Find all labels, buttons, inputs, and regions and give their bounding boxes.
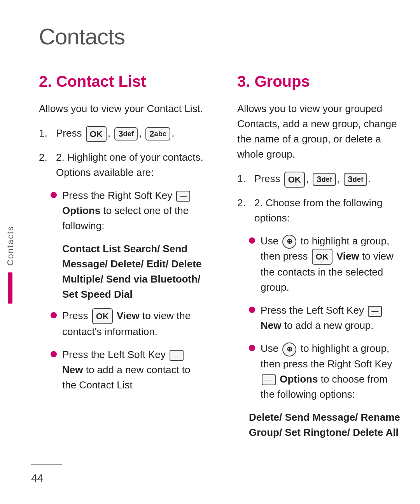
bullet-dot-1 bbox=[51, 192, 57, 198]
section3-step2-text: 2. Choose from the following options: bbox=[254, 195, 404, 226]
3def-key-icon-1: 3def bbox=[114, 127, 138, 141]
ok-key-icon-3: OK bbox=[284, 172, 305, 188]
left-soft-key-icon-2: ― bbox=[368, 306, 382, 317]
section2-step2-text: 2. Highlight one of your contacts. Optio… bbox=[56, 150, 206, 180]
section2-bullet2: Press OK View to view the contact's info… bbox=[51, 308, 206, 340]
section-groups: 3. Groups Allows you to view your groupe… bbox=[229, 73, 404, 446]
3def-key-icon-3: 3def bbox=[344, 173, 367, 186]
bullet-dot-6 bbox=[249, 345, 255, 351]
section3-step1: 1. Press OK, 3def, 3def. bbox=[237, 171, 404, 188]
side-tab: Contacts bbox=[0, 0, 20, 504]
bullet-dot-4 bbox=[249, 237, 255, 244]
bullet-dot-3 bbox=[51, 351, 57, 357]
side-tab-label: Contacts bbox=[5, 226, 16, 266]
nav-key-icon-2: ⊕ bbox=[282, 342, 296, 356]
3def-key-icon-2: 3def bbox=[313, 173, 336, 186]
ok-key-icon: OK bbox=[86, 126, 107, 142]
section2-step2: 2. 2. Highlight one of your contacts. Op… bbox=[39, 150, 206, 180]
ok-key-icon-2: OK bbox=[92, 308, 113, 324]
bullet-dot-2 bbox=[51, 312, 57, 318]
section3-step2: 2. 2. Choose from the following options: bbox=[237, 195, 404, 226]
side-tab-bar bbox=[8, 272, 12, 304]
section3-bullet1: Use ⊕ to highlight a group, then press O… bbox=[249, 234, 404, 295]
section3-bold-block: Delete/ Send Message/ Rename Group/ Set … bbox=[249, 410, 404, 440]
section3-bullet2: Press the Left Soft Key ― New to add a n… bbox=[249, 303, 404, 333]
section2-step1: 1. Press OK, 3def, 2abc. bbox=[39, 126, 206, 142]
page-number: 44 bbox=[31, 472, 43, 485]
section2-bullet1: Press the Right Soft Key ― Options to se… bbox=[51, 188, 206, 234]
section3-heading: 3. Groups bbox=[237, 73, 404, 90]
left-soft-key-icon-1: ― bbox=[170, 350, 184, 361]
ok-key-icon-4: OK bbox=[312, 249, 332, 265]
section3-intro: Allows you to view your grouped Contacts… bbox=[237, 101, 404, 162]
section2-bold-block: Contact List Search/ Send Message/ Delet… bbox=[62, 241, 206, 302]
page-title: Contacts bbox=[39, 23, 404, 49]
section2-heading: 2. Contact List bbox=[39, 73, 206, 90]
main-content: Contacts 2. Contact List Allows you to v… bbox=[23, 0, 420, 504]
section2-bullet3: Press the Left Soft Key ― New to add a n… bbox=[51, 347, 206, 393]
section-contact-list: 2. Contact List Allows you to view your … bbox=[39, 73, 214, 446]
right-soft-key-icon-2: ― bbox=[262, 374, 276, 385]
section3-bullet3: Use ⊕ to highlight a group, then press t… bbox=[249, 341, 404, 402]
nav-key-icon-1: ⊕ bbox=[282, 235, 296, 249]
bullet-dot-5 bbox=[249, 307, 255, 313]
columns-layout: 2. Contact List Allows you to view your … bbox=[39, 73, 404, 446]
section3-bullets: Use ⊕ to highlight a group, then press O… bbox=[249, 234, 404, 402]
section2-intro: Allows you to view your Contact List. bbox=[39, 101, 206, 116]
2abc-key-icon: 2abc bbox=[145, 127, 170, 141]
page-container: Contacts Contacts 2. Contact List Allows… bbox=[0, 0, 420, 504]
section2-bullets: Press the Right Soft Key ― Options to se… bbox=[51, 188, 206, 393]
right-soft-key-icon-1: ― bbox=[176, 191, 190, 202]
page-divider bbox=[31, 464, 62, 465]
